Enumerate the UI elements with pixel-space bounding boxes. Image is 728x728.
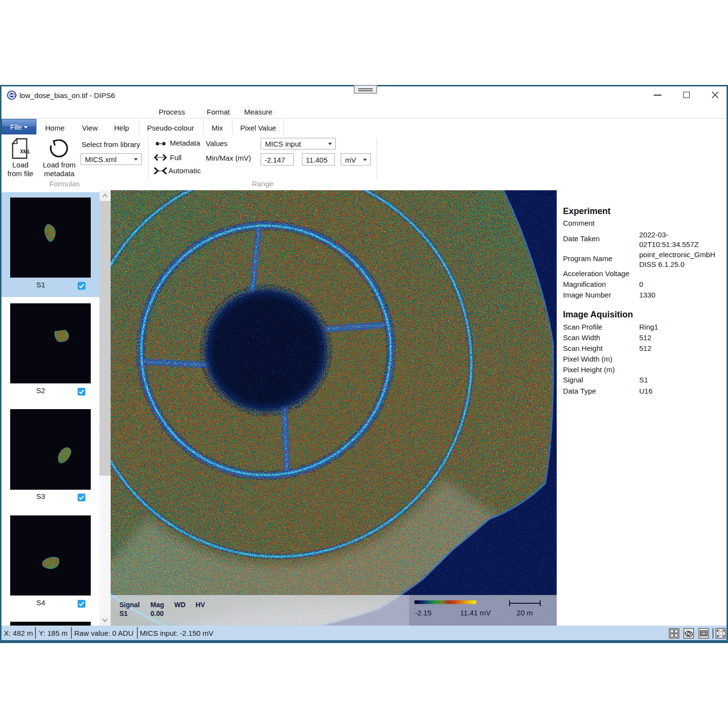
svg-text:HV: HV	[196, 601, 205, 609]
svg-text:20 m: 20 m	[516, 609, 532, 617]
svg-text:S1: S1	[119, 610, 128, 617]
svg-text:WD: WD	[174, 601, 185, 609]
svg-text:XML: XML	[20, 149, 30, 154]
svg-text:11.41 mV: 11.41 mV	[460, 609, 491, 617]
svg-text:-2.15: -2.15	[415, 609, 431, 617]
svg-text:Mag: Mag	[150, 601, 164, 609]
svg-text:0.00: 0.00	[150, 610, 164, 617]
svg-text:Signal: Signal	[119, 601, 140, 609]
